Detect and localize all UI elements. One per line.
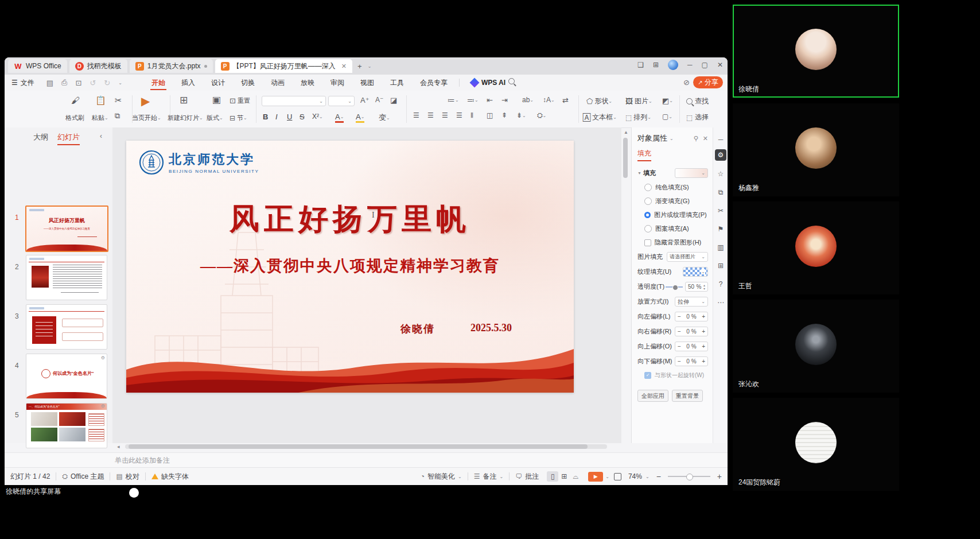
zoom-slider-knob[interactable]	[686, 474, 693, 480]
ribbon-tab-insert[interactable]: 插入	[173, 75, 203, 91]
ribbon-tab-member[interactable]: 会员专享	[412, 75, 456, 91]
layers-icon[interactable]: ▥	[715, 242, 726, 253]
text-direction-icon[interactable]: ⇄	[562, 96, 569, 104]
spinner-icon[interactable]: ▴▾	[703, 284, 705, 290]
slide-page[interactable]: 北京师范大学 BEIJING NORMAL UNIVERSITY 风正好扬万里帆…	[126, 141, 574, 393]
slideshow-play-button[interactable]: ▶	[588, 472, 603, 482]
font-size-select[interactable]: ⌄	[328, 96, 355, 106]
vscroll-thumb[interactable]	[623, 138, 628, 178]
ribbon-tab-design[interactable]: 设计	[203, 75, 233, 91]
slide-thumbnail-1[interactable]: 风正好扬万里帆 ——深入贯彻中央八项规定精神学习教育	[25, 205, 108, 252]
zoom-out-icon[interactable]: −	[656, 472, 661, 481]
section-button[interactable]: ⊟节⌄	[230, 114, 247, 122]
rotate-with-shape-checkbox[interactable]: ✓ 与形状一起旋转(W)	[637, 371, 708, 379]
ribbon-tab-review[interactable]: 审阅	[322, 75, 352, 91]
placement-select[interactable]: 拉伸⌄	[675, 297, 708, 307]
textbox-button[interactable]: 🄰文本框⌄	[583, 113, 617, 122]
slides-tab[interactable]: 幻灯片	[57, 132, 80, 145]
share-button[interactable]: ↗ 分享	[693, 76, 723, 88]
indent-left-icon[interactable]: ⇞	[501, 111, 507, 119]
increase-indent-icon[interactable]: ⇥	[501, 96, 508, 104]
ribbon-tab-view[interactable]: 视图	[352, 75, 382, 91]
search-icon[interactable]	[508, 78, 515, 86]
shapes-button[interactable]: ⬠形状⌄	[586, 96, 612, 106]
fill-swatch-select[interactable]: ⌄	[675, 168, 708, 178]
ribbon-tab-slideshow[interactable]: 放映	[293, 75, 322, 91]
align-right-icon[interactable]: ☰	[442, 111, 448, 119]
fill-color-icon[interactable]: ◩⌄	[662, 96, 673, 105]
print-icon[interactable]: ⎙	[61, 78, 67, 87]
vscroll-up-arrow[interactable]: ▲	[624, 130, 628, 135]
align-left-icon[interactable]: ☰	[413, 111, 419, 119]
font-color-button[interactable]: A⌄	[335, 113, 344, 123]
numbering-icon[interactable]: ≕⌄	[467, 96, 479, 104]
floating-control-dot[interactable]	[129, 488, 139, 498]
hide-background-checkbox[interactable]: 隐藏背景图形(H)	[637, 238, 708, 247]
slider-knob[interactable]	[672, 285, 678, 290]
participant-tile-4[interactable]: 张沁欢	[733, 300, 899, 393]
fill-option-solid[interactable]: 纯色填充(S)	[637, 183, 708, 192]
slide-sorter-view-icon[interactable]: ⊞	[558, 471, 570, 482]
ribbon-tab-wps-ai[interactable]: WPS AI	[463, 75, 514, 91]
cut-tool-icon[interactable]: ✂	[715, 205, 726, 216]
text-effects-button[interactable]: 变⌄	[379, 113, 390, 123]
minus-button[interactable]: −	[678, 343, 681, 350]
columns-icon[interactable]: ◫	[487, 111, 493, 119]
reset-background-button[interactable]: 重置背景	[672, 390, 703, 402]
line-spacing-icon[interactable]: ↕A⌄	[543, 96, 555, 104]
increase-font-icon[interactable]: A⁺	[360, 96, 370, 104]
collapse-panel-icon[interactable]: ‹	[100, 132, 102, 140]
fill-option-gradient[interactable]: 渐变填充(G)	[637, 197, 708, 205]
arrange-button[interactable]: ⬚排列⌄	[625, 113, 651, 122]
redo-icon[interactable]: ↻	[104, 79, 110, 87]
hscroll-left-arrow[interactable]: ◂	[117, 444, 120, 449]
fit-to-window-icon[interactable]	[614, 473, 621, 480]
paste-button[interactable]: 粘贴⌄	[92, 114, 108, 122]
play-options-icon[interactable]: ⌄	[605, 474, 609, 479]
paste-icon[interactable]: 📋	[95, 95, 106, 106]
proofing-button[interactable]: ▤校对	[116, 472, 139, 482]
picture-button[interactable]: 🖼图片⌄	[625, 96, 652, 106]
paragraph-spacing-icon[interactable]: ⇟⌄	[516, 111, 526, 119]
play-from-current-icon[interactable]: ▶	[141, 94, 150, 108]
eye-protect-icon[interactable]: ⊘	[683, 78, 690, 87]
participant-tile-2[interactable]: 杨鑫雅	[733, 103, 899, 196]
bold-button[interactable]: B	[263, 113, 268, 121]
minus-button[interactable]: −	[678, 358, 681, 364]
zoom-in-icon[interactable]: +	[717, 472, 722, 481]
find-button[interactable]: 查找	[686, 96, 709, 106]
participant-tile-1[interactable]: 徐晓倩	[733, 5, 899, 98]
outline-tab[interactable]: 大纲	[33, 132, 48, 142]
slide-thumbnail-5[interactable]: 一、何以成为"金色名片" ⚙	[26, 403, 107, 448]
underline-button[interactable]: U	[287, 113, 292, 121]
help-icon[interactable]: ?	[715, 279, 726, 289]
undo-icon[interactable]: ↺	[90, 79, 96, 87]
zoom-level[interactable]: 74%	[628, 472, 642, 480]
apply-all-button[interactable]: 全部应用	[637, 390, 668, 402]
distribute-icon[interactable]: ⫴	[470, 111, 473, 119]
tab-docer-templates[interactable]: D 找稻壳模板	[69, 59, 127, 73]
close-button[interactable]: ✕	[717, 61, 723, 69]
minus-button[interactable]: −	[678, 328, 681, 335]
workspace-icon[interactable]: ❑	[637, 61, 644, 69]
close-panel-icon[interactable]: ✕	[703, 135, 708, 142]
slide-thumbnail-2[interactable]	[26, 255, 107, 300]
plus-button[interactable]: +	[702, 328, 705, 335]
ribbon-tab-transition[interactable]: 切换	[233, 75, 263, 91]
superscript-button[interactable]: X²⌄	[312, 113, 323, 121]
comments-button[interactable]: 🗨批注	[515, 472, 539, 482]
participant-tile-5[interactable]: 24国贸陈铭蔚	[733, 398, 899, 491]
cut-icon[interactable]: ✂	[115, 95, 122, 106]
apps-grid-icon[interactable]: ⊞	[653, 61, 659, 69]
favorites-icon[interactable]: ☆	[715, 169, 726, 179]
participant-tile-3[interactable]: 王哲	[733, 201, 899, 294]
horizontal-scrollbar[interactable]	[125, 444, 607, 449]
format-painter-icon[interactable]: 🖌	[71, 95, 80, 105]
bookmark-icon[interactable]: ⚑	[715, 224, 726, 234]
slide-thumbnail-4[interactable]: ⚙ 何以成为"金色名片"	[26, 354, 107, 399]
fill-section-header[interactable]: ▼填充	[637, 169, 656, 177]
offset-down-stepper[interactable]: − 0% +	[675, 356, 708, 366]
new-slide-button[interactable]: 新建幻灯片⌄	[168, 114, 203, 122]
save-icon[interactable]: ▤	[46, 79, 53, 87]
character-shading-icon[interactable]: ab⌄	[522, 96, 534, 104]
